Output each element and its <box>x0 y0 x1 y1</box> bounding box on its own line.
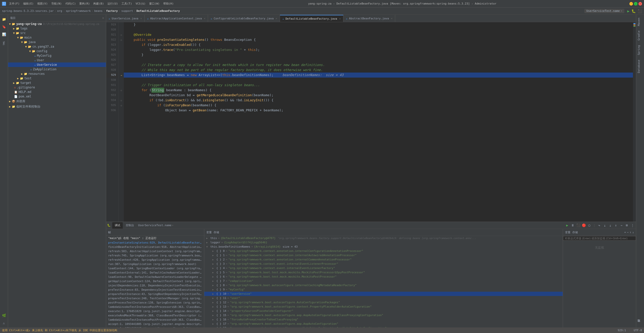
stack-frame-16[interactable]: execute:1, 176851829 (org.junit.jupiter.… <box>106 309 204 313</box>
menu-bar[interactable]: 文件(F) 编辑(E) 视图(V) 导航(N) 代码(C) 重构(R) 构建(B… <box>8 1 175 6</box>
stack-frame-15[interactable]: lambda$invokeTestInstancePostProcessors$… <box>106 305 204 309</box>
gutter-921[interactable]: ◇ <box>119 32 124 37</box>
tree-item-pom[interactable]: 📄 pom.xml <box>8 94 106 99</box>
gutter-935[interactable]: ◇ <box>119 103 124 108</box>
call-stack-list[interactable]: "main"@1 在组 "main" : 正在运行 preInstantiate… <box>106 236 204 327</box>
gutter-922[interactable]: ◇ <box>119 37 124 42</box>
tab-configurablelistable[interactable]: ☕ ConfigurableListableBeanFactory.java × <box>208 15 280 22</box>
force-step-into-button[interactable]: ⇓ <box>608 223 613 228</box>
stack-frame-10[interactable]: injectDependencies:118, DependencyInject… <box>106 283 204 288</box>
tree-item-src[interactable]: ▼ 📂 src <box>8 31 106 35</box>
maven-tab[interactable]: Maven <box>636 16 644 28</box>
breadcrumb-org[interactable]: org <box>57 9 62 13</box>
var-bd-2[interactable]: ▶ { } 2 = "org.springframework.context.a… <box>204 257 563 262</box>
stack-frame-13[interactable]: prepareTestInstance:248, TestContextMana… <box>106 296 204 301</box>
stack-frame-7[interactable]: loadContextInternal:141, DefaultCacheAwa… <box>106 271 204 275</box>
gradle-tab[interactable]: Gradle <box>636 28 644 43</box>
tab-userservice[interactable]: ☕ UserService.java × <box>106 15 145 22</box>
step-over-button[interactable]: ↷ <box>597 223 602 228</box>
breadcrumb-beans[interactable]: beans <box>94 9 103 13</box>
var-bd-10[interactable]: ▶ { } 10 = "userService" <box>204 292 563 296</box>
stack-frame-19[interactable]: accept:1, 1093441885 (org.junit.jupiter.… <box>106 322 204 326</box>
debug-panel-icon[interactable]: 🐛 <box>107 224 111 227</box>
menu-build[interactable]: 构建(B) <box>92 1 105 6</box>
tree-item-zaapplication[interactable]: ☕ ZaApplication <box>8 67 106 72</box>
tab-abstractapplication[interactable]: ☕ AbstractApplicationContext.java × <box>145 15 208 22</box>
run-to-cursor-button[interactable]: ⇢ <box>619 223 624 228</box>
close-debug-tab[interactable]: × <box>172 224 173 227</box>
var-beandefinitionnames[interactable]: ▼ this.beanDefinitionNames = {ArrayList@… <box>204 245 563 249</box>
breadcrumb-support[interactable]: support <box>121 9 133 13</box>
stack-frame-6[interactable]: loadContext:144, SpringBootContextLoader… <box>106 266 204 271</box>
close-tab-defaultlistable[interactable]: × <box>339 17 341 20</box>
tree-item-main[interactable]: ▼ 📂 main <box>8 35 106 40</box>
var-bd-13[interactable]: ▶ { } 13 = "org.springframework.boot.aut… <box>204 305 563 309</box>
run-config-selector[interactable]: UserServiceTest.name ▼ <box>584 9 624 13</box>
close-tab-abstractapplication[interactable]: × <box>204 17 205 20</box>
close-button[interactable]: × <box>638 2 642 6</box>
var-bd-3[interactable]: ▶ { } 3 = "org.springframework.context.e… <box>204 262 563 266</box>
more-debug-button[interactable]: ⋮ <box>630 223 635 228</box>
resume-button[interactable]: ▶ <box>565 223 570 228</box>
tab-console[interactable]: 控制台 <box>123 222 137 229</box>
stack-frame-2[interactable]: refresh:583, AbstractApplicationContext … <box>106 249 204 253</box>
tree-item-help[interactable]: 📋 HELP.md <box>8 90 106 94</box>
structure-tool-button[interactable]: 📊 <box>1 31 8 38</box>
run-button[interactable]: ▶ <box>627 9 629 13</box>
tree-item-config[interactable]: ▼ 📂 config <box>8 49 106 53</box>
database-tab[interactable]: Database <box>636 58 644 75</box>
breadcrumb-jar[interactable]: spring-beans-5.3.23-sources.jar <box>2 9 54 13</box>
tree-item-root[interactable]: ▼ 📂 yang-spring-za D:\Projects\0-GitWork… <box>8 22 106 26</box>
down-watch-button[interactable]: ↓ <box>632 231 634 234</box>
evaluate-button[interactable]: ⊞ <box>624 223 629 228</box>
menu-run[interactable]: 运行(U) <box>106 1 119 6</box>
var-bd-9[interactable]: ▶ { } 9 = "myConfig" <box>204 287 563 292</box>
tms-tool-button[interactable]: TMS <box>1 38 8 48</box>
gutter-934[interactable]: ◇ <box>119 98 124 103</box>
window-controls[interactable]: − □ × <box>629 2 642 6</box>
step-out-button[interactable]: ↑ <box>613 223 618 228</box>
var-logger[interactable]: ▶ logger = {LogAdapter$Slf4jLog@5646} <box>204 240 563 245</box>
bottom-tab-bar[interactable]: 🐛 调试 控制台 UserServiceTest.name × ▶ ⏸ ⬛ 🔴 … <box>106 222 636 229</box>
problems-tool-button[interactable]: ⚠ <box>1 319 8 326</box>
breadcrumb-class[interactable]: DefaultListableBeanFactory <box>137 9 180 13</box>
step-into-button[interactable]: ↓ <box>602 223 607 228</box>
project-tool-button[interactable]: 📁 <box>1 16 8 23</box>
stack-frame-8[interactable]: loadContext:90, DefaultCacheAwareContext… <box>106 275 204 279</box>
tree-item-target[interactable]: ▶ 📁 target <box>8 81 106 85</box>
stop-debug-button[interactable]: ⬛ <box>576 223 581 228</box>
menu-help[interactable]: 帮助(H) <box>162 1 175 6</box>
var-bd-17[interactable]: ▶ { } 17 = "org.springframework.boot.aut… <box>204 322 563 326</box>
bookmarks-tool-button[interactable]: 🔖 <box>1 23 8 30</box>
variables-list[interactable]: ▶ this = {DefaultListableBeanFactory@470… <box>204 236 563 327</box>
git-tool-button[interactable]: 🌿 <box>1 312 8 319</box>
add-watch-button[interactable]: + <box>624 231 626 234</box>
breadcrumb-springframework[interactable]: springframework <box>66 9 91 13</box>
breadcrumb-factory[interactable]: factory <box>106 9 118 13</box>
code-content[interactable]: } @Override public void preInstantiateSi… <box>124 22 633 222</box>
gutter-932[interactable]: ◇ <box>119 88 124 93</box>
remove-watch-button[interactable]: − <box>627 231 629 234</box>
tab-defaultlistable[interactable]: ☕ DefaultListableBeanFactory.java × <box>280 15 343 22</box>
var-bd-15[interactable]: ▶ { } 15 = "org.springframework.boot.aut… <box>204 313 563 317</box>
close-tab-userservice[interactable]: × <box>140 17 142 20</box>
tree-item-gitignore[interactable]: ◇ .gitignore <box>8 85 106 90</box>
menu-code[interactable]: 代码(C) <box>64 1 77 6</box>
stack-frame-14[interactable]: postProcessTestInstance:138, SpringExten… <box>106 301 204 305</box>
stack-frame-17[interactable]: executeAndMaskThrowable:368, ClassBasedT… <box>106 313 204 318</box>
notifications-tab[interactable]: 通知 <box>636 322 644 326</box>
stack-frame-0[interactable]: preInstantiateSingletons:929, DefaultLis… <box>106 241 204 245</box>
tree-item-logs[interactable]: ▶ 📁 logs <box>8 26 106 31</box>
menu-file[interactable]: 文件(F) <box>8 1 21 6</box>
var-bd-7[interactable]: ▶ { } 7 = "zaApplication" <box>204 279 563 283</box>
menu-view[interactable]: 视图(V) <box>36 1 49 6</box>
menu-navigate[interactable]: 导航(N) <box>50 1 63 6</box>
debug-button[interactable]: 🐛 <box>631 9 636 13</box>
var-bd-5[interactable]: ▶ { } 5 = "org.springframework.boot.test… <box>204 270 563 275</box>
var-this[interactable]: ▶ this = {DefaultListableBeanFactory@470… <box>204 236 563 240</box>
up-watch-button[interactable]: ↑ <box>630 231 631 234</box>
watch-input[interactable] <box>563 236 636 241</box>
tree-item-scratches[interactable]: ▶ 📁 临时文件和控制台 <box>8 104 106 109</box>
editor-tab-bar[interactable]: ☕ UserService.java × ☕ AbstractApplicati… <box>106 15 636 22</box>
status-encoding[interactable]: UTF-8 <box>634 329 642 332</box>
